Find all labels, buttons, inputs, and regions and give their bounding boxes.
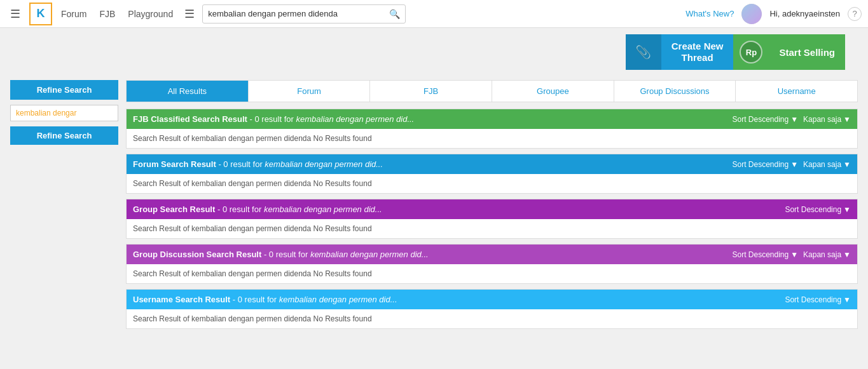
result-header-group: Group Search Result - 0 result for kemba… [127,199,857,219]
result-header-group-discussion-right: Sort Descending ▼ Kapan saja ▼ [732,250,851,259]
kapan-saja-forum[interactable]: Kapan saja ▼ [803,160,851,169]
result-header-username-left: Username Search Result - 0 result for ke… [133,295,397,304]
sort-descending-group[interactable]: Sort Descending ▼ [785,205,851,214]
result-summary-group-discussion: - 0 result for [264,250,310,259]
result-body-group: Search Result of kembalian dengan permen… [127,219,857,238]
hamburger-menu-icon[interactable]: ☰ [6,4,24,23]
tab-group-discussions[interactable]: Group Discussions [614,81,736,102]
sidebar-refine-button[interactable]: Refine Search [10,126,118,145]
nav-fjb[interactable]: FJB [98,6,116,22]
result-section-group: Group Search Result - 0 result for kemba… [126,199,858,239]
result-summary-fjb: - 0 result for [250,114,296,124]
tab-fjb[interactable]: FJB [370,81,492,102]
result-body-username: Search Result of kembalian dengan permen… [127,309,857,328]
result-header-group-left: Group Search Result - 0 result for kemba… [133,205,382,214]
topbar-right: What's New? Hi, adeknyaeinsten ? [685,4,862,24]
kapan-saja-group-discussion[interactable]: Kapan saja ▼ [803,250,851,259]
tab-forum[interactable]: Forum [249,81,371,102]
result-header-group-discussion: Group Discussion Search Result - 0 resul… [127,245,857,264]
avatar-image [741,4,762,24]
create-thread-icon: 📎 [626,34,661,70]
nav-playground[interactable]: Playground [127,6,174,22]
tab-groupee[interactable]: Groupee [492,81,614,102]
help-icon[interactable]: ? [848,7,862,21]
result-section-forum: Forum Search Result - 0 result for kemba… [126,154,858,194]
sidebar: Refine Search Refine Search [10,80,118,334]
main-content: 📎 Create NewThread Rp Start Selling Refi… [0,28,868,340]
search-input[interactable] [208,9,387,18]
kapan-saja-fjb[interactable]: Kapan saja ▼ [803,115,851,124]
result-query-forum: kembalian dengan permen did... [265,159,383,169]
result-title-username: Username Search Result [133,295,230,304]
result-query-group-discussion: kembalian dengan permen did... [310,250,429,259]
result-title-group-discussion: Group Discussion Search Result [133,250,261,259]
result-header-forum: Forum Search Result - 0 result for kemba… [127,154,857,174]
result-header-group-right: Sort Descending ▼ [785,205,851,214]
result-body-fjb: Search Result of kembalian dengan permen… [127,129,857,148]
result-title-forum: Forum Search Result [133,159,216,169]
sort-descending-group-discussion[interactable]: Sort Descending ▼ [732,250,798,259]
result-query-group: kembalian dengan permen did... [264,205,382,214]
sort-descending-fjb[interactable]: Sort Descending ▼ [732,115,798,124]
result-header-fjb: FJB Classified Search Result - 0 result … [127,109,857,129]
result-body-group-discussion: Search Result of kembalian dengan permen… [127,264,857,283]
result-summary-group: - 0 result for [217,205,264,214]
whats-new-link[interactable]: What's New? [685,9,734,18]
content-row: Refine Search Refine Search All Results … [10,80,858,334]
nav-forum[interactable]: Forum [60,6,88,22]
tab-all-results[interactable]: All Results [127,81,249,102]
sort-descending-forum[interactable]: Sort Descending ▼ [732,160,798,169]
chevron-down-icon: ▼ [790,115,798,124]
topbar: ☰ K Forum FJB Playground ☰ 🔍 What's New?… [0,0,868,28]
result-header-group-discussion-left: Group Discussion Search Result - 0 resul… [133,250,429,259]
result-header-forum-right: Sort Descending ▼ Kapan saja ▼ [732,160,851,169]
result-section-username: Username Search Result - 0 result for ke… [126,289,858,329]
logo[interactable]: K [29,3,52,25]
action-buttons: 📎 Create NewThread Rp Start Selling [10,34,845,70]
result-summary-username: - 0 result for [233,295,279,304]
search-icon[interactable]: 🔍 [389,9,400,19]
start-selling-icon: Rp [740,41,762,64]
sidebar-search-input[interactable] [10,105,118,121]
chevron-down-icon: ▼ [843,295,851,304]
result-header-fjb-left: FJB Classified Search Result - 0 result … [133,114,414,124]
chevron-down-icon: ▼ [843,205,851,214]
result-header-forum-left: Forum Search Result - 0 result for kemba… [133,159,383,169]
topbar-menu-icon[interactable]: ☰ [184,7,195,21]
chevron-down-icon: ▼ [790,250,798,259]
sort-descending-username[interactable]: Sort Descending ▼ [785,295,851,304]
result-header-username: Username Search Result - 0 result for ke… [127,290,857,309]
chevron-down-icon: ▼ [843,115,851,124]
result-title-fjb: FJB Classified Search Result [133,114,247,124]
tab-username[interactable]: Username [736,81,857,102]
sidebar-title: Refine Search [10,80,118,100]
create-thread-button[interactable]: 📎 Create NewThread [626,34,734,70]
results-tabs: All Results Forum FJB Groupee Group Disc… [126,80,858,102]
start-selling-label: Start Selling [769,47,845,58]
search-box: 🔍 [202,4,406,23]
result-section-fjb: FJB Classified Search Result - 0 result … [126,109,858,149]
result-header-username-right: Sort Descending ▼ [785,295,851,304]
chevron-down-icon: ▼ [843,160,851,169]
create-thread-label: Create NewThread [661,41,734,64]
chevron-down-icon: ▼ [843,250,851,259]
start-selling-button[interactable]: Rp Start Selling [733,34,845,70]
result-query-fjb: kembalian dengan permen did... [296,114,415,124]
result-header-fjb-right: Sort Descending ▼ Kapan saja ▼ [732,115,851,124]
topbar-nav: Forum FJB Playground [60,6,174,22]
chevron-down-icon: ▼ [790,160,798,169]
result-title-group: Group Search Result [133,205,215,214]
results-area: All Results Forum FJB Groupee Group Disc… [126,80,858,334]
result-query-username: kembalian dengan permen did... [279,295,397,304]
username-label: Hi, adeknyaeinsten [769,9,840,18]
result-body-forum: Search Result of kembalian dengan permen… [127,174,857,193]
result-summary-forum: - 0 result for [218,159,265,169]
avatar[interactable] [741,4,762,24]
result-section-group-discussion: Group Discussion Search Result - 0 resul… [126,244,858,284]
